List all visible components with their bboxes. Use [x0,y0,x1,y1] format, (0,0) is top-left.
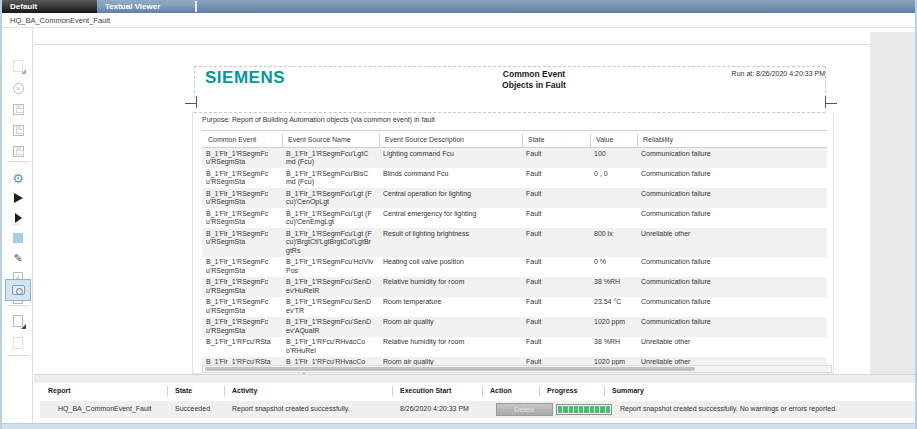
report-purpose: Purpose: Report of Building Automation o… [202,116,435,123]
run-at-timestamp: Run at: 8/26/2020 4:20:33 PM [625,70,825,77]
toolbar-divider [7,355,29,356]
cell-common-event: B_1'Flr_1'RSegmFcu'RSegmSta [202,297,282,317]
cell-description: Relative humidity for room [379,277,522,297]
cell-reliability: Communication failure [637,188,827,208]
status-separator [604,386,605,396]
table-row: B_1'Flr_1'RSegmFcu'RSegmStaB_1'Flr_1'RSe… [202,168,827,188]
cell-state: Fault [522,277,590,297]
crop-mark [825,103,837,104]
cell-description: Heating coil valve position [379,257,522,277]
cell-description: Result of lighting brightness [379,228,522,257]
table-row: B_1'Flr_1'RSegmFcu'RSegmStaB_1'Flr_1'RSe… [202,228,827,257]
delete-button[interactable]: Delete [496,403,553,416]
cell-common-event: B_1'Flr_1'RSegmFcu'RSegmSta [202,208,282,228]
cell-common-event: B_1'Flr_1'RSegmFcu'RSegmSta [202,168,282,188]
save-icon[interactable] [8,99,28,119]
status-col-action: Action [490,387,512,394]
execution-row[interactable]: HQ_BA_CommonEvent_Fault Succeeded Report… [40,401,917,418]
cell-reliability: Unreliable other [637,228,827,257]
scrollbar-thumb[interactable] [205,367,695,371]
edit-pen-icon[interactable]: ✎ [8,248,28,268]
progress-segment [558,406,562,413]
report-title-line1: Common Event [414,69,654,80]
status-col-report: Report [48,387,71,394]
cell-value: 0 % [590,257,637,277]
save-as-icon[interactable] [8,120,28,140]
run-icon[interactable] [8,188,28,208]
cell-description: Room air quality [379,317,522,337]
cell-value [590,208,637,228]
status-separator [167,386,168,396]
report-table-header: Common Event Event Source Name Event Sou… [202,130,827,148]
cell-source-name: B_1'Flr_1'RSegmFcu'SenDev'AQualR [282,317,379,337]
progress-segment [606,406,610,413]
report-title-line2: Objects in Fault [414,80,654,91]
tab-textual-viewer[interactable]: Textual Viewer [97,0,195,13]
snapshot-camera-icon[interactable] [8,280,28,300]
cancel-icon[interactable]: × [8,78,28,98]
canvas-margin [870,32,917,380]
status-col-execution-start: Execution Start [400,387,451,394]
cell-state: Fault [522,337,590,357]
crop-mark [825,96,826,108]
cell-state: Fault [522,148,590,168]
table-row: B_1'Flr_1'RSegmFcu'RSegmStaB_1'Flr_1'RSe… [202,317,827,337]
table-row: B_1'Flr_1'RSegmFcu'RSegmStaB_1'Flr_1'RSe… [202,188,827,208]
table-row: B_1'Flr_1'RSegmFcu'RSegmStaB_1'Flr_1'RSe… [202,208,827,228]
cell-state: Fault [522,317,590,337]
toolbar-divider [7,305,29,306]
execution-activity: Report snapshot created successfully. [232,405,350,412]
execution-start-time: 8/26/2020 4:20:33 PM [400,405,469,412]
tab-default[interactable]: Default [2,0,97,13]
cell-value: 800 lx [590,228,637,257]
cell-reliability: Communication failure [637,317,827,337]
run-options-icon[interactable]: ... [8,208,28,228]
cell-description: Room temperature [379,297,522,317]
cell-reliability: Communication failure [637,168,827,188]
stop-icon[interactable] [8,228,28,248]
cell-reliability: Communication failure [637,148,827,168]
cell-reliability: Communication failure [637,277,827,297]
cell-value: 23.54 °C [590,297,637,317]
application-window: Default Textual Viewer HQ_BA_CommonEvent… [0,0,917,429]
cell-common-event: B_1'Flr_1'RSegmFcu'RSegmSta [202,148,282,168]
cell-state: Fault [522,208,590,228]
window-bottom-edge [2,423,917,429]
page-edge [34,44,870,45]
cell-state: Fault [522,188,590,208]
execution-status-panel: Report State Activity Execution Start Ac… [34,383,917,423]
pane-scroll-strip[interactable] [34,374,917,383]
cell-description: Blinds command Fcu [379,168,522,188]
tab-separator [195,1,197,12]
cell-state: Fault [522,297,590,317]
breadcrumb-bar: HQ_BA_CommonEvent_Fault [2,13,917,28]
crop-mark [185,103,197,104]
cell-common-event: B_1'Flr_1'RSegmFcu'RSegmSta [202,317,282,337]
settings-gear-icon[interactable]: ⚙ [8,168,28,188]
execution-summary: Report snapshot created successfully. No… [620,405,837,412]
cell-common-event: B_1'Flr_1'RSegmFcu'RSegmSta [202,188,282,208]
col-common-event: Common Event [202,136,282,143]
table-row: B_1'Flr_1'RFcu'RStaB_1'Flr_1'RFcu'RHvacC… [202,337,827,357]
toolbar-divider [7,161,29,162]
report-title: Common Event Objects in Fault [414,69,654,90]
cell-state: Fault [522,168,590,188]
table-horizontal-scrollbar[interactable] [202,365,832,373]
cell-reliability: Communication failure [637,257,827,277]
status-col-progress: Progress [547,387,577,394]
new-report-icon[interactable] [8,56,28,76]
cell-source-name: B_1'Flr_1'RSegmFcu'Lgt (Fcu)'CenEmgLgt [282,208,379,228]
cell-value: 100 [590,148,637,168]
cell-source-name: B_1'Flr_1'RSegmFcu'BlsCmd (Fcu) [282,168,379,188]
import-report-icon[interactable] [8,333,28,353]
col-value: Value [590,136,637,143]
cell-state: Fault [522,228,590,257]
cell-description: Central operation for lighting [379,188,522,208]
export-report-icon[interactable] [8,311,28,331]
save-all-icon[interactable] [8,141,28,161]
status-col-activity: Activity [232,387,257,394]
breadcrumb[interactable]: HQ_BA_CommonEvent_Fault [10,16,110,25]
margin-guide [194,66,195,98]
cell-source-name: B_1'Flr_1'RSegmFcu'Lgt (Fcu)'CenOpLgt [282,188,379,208]
status-separator [392,386,393,396]
